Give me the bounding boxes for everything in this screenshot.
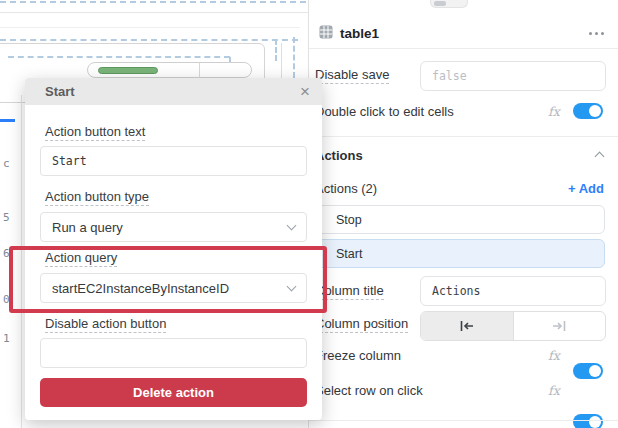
- delete-action-button[interactable]: Delete action: [40, 378, 307, 407]
- table-grid-icon: [319, 25, 333, 43]
- widget-name-title: table1: [340, 26, 379, 41]
- freeze-column-toggle[interactable]: [573, 363, 603, 379]
- canvas-grid-line: [0, 27, 300, 28]
- modal-header[interactable]: Start ×: [25, 78, 322, 105]
- fx-icon[interactable]: fx: [548, 348, 560, 363]
- close-icon[interactable]: ×: [300, 83, 310, 100]
- action-button-type-label: Action button type: [45, 189, 149, 206]
- toolbar-partial-glyph: [434, 1, 446, 6]
- action-button-type-select[interactable]: Run a query: [40, 212, 307, 242]
- select-row-toggle[interactable]: [573, 414, 603, 428]
- modal-title: Start: [45, 84, 75, 99]
- actions-section-title: Actions: [315, 148, 363, 163]
- double-click-edit-toggle[interactable]: [573, 103, 603, 119]
- freeze-column-label: Freeze column: [315, 348, 401, 363]
- selection-dashed-border: [8, 56, 230, 58]
- add-action-button[interactable]: + Add: [568, 181, 604, 196]
- ellipsis-menu-icon[interactable]: [589, 32, 604, 35]
- disable-save-label: Disable save: [315, 67, 389, 84]
- delete-action-label: Delete action: [133, 385, 214, 400]
- selection-dashed-border: [293, 37, 295, 78]
- selection-dashed-border: [0, 1, 306, 3]
- cell-divider: [199, 63, 200, 79]
- disable-action-button-input[interactable]: [40, 338, 307, 368]
- action-item-start[interactable]: Start: [315, 239, 605, 268]
- properties-panel: table1 Disable save false Double click t…: [308, 0, 618, 428]
- disable-action-button-label: Disable action button: [45, 316, 166, 333]
- double-click-edit-label: Double click to edit cells: [315, 104, 454, 119]
- selected-widget-accent: [0, 119, 15, 122]
- chevron-down-icon: [287, 221, 297, 231]
- action-item-label: Start: [336, 247, 362, 261]
- disable-save-input[interactable]: false: [420, 61, 606, 91]
- table-cell-fragment: 5: [3, 211, 10, 224]
- column-position-label: Column position: [315, 316, 408, 333]
- action-item-label: Stop: [336, 213, 362, 227]
- select-row-on-click-label: Select row on click: [315, 383, 423, 398]
- selection-dashed-border: [0, 39, 298, 41]
- status-pill-green: [98, 67, 158, 74]
- action-button-text-label: Action button text: [45, 124, 145, 141]
- table-cell-fragment: c: [3, 157, 10, 170]
- action-button-type-value: Run a query: [52, 220, 123, 235]
- panel-divider: [309, 136, 618, 137]
- widget-edge-line: [281, 43, 282, 78]
- action-button-text-input[interactable]: Start: [40, 146, 307, 176]
- action-item-stop[interactable]: Stop: [315, 205, 605, 234]
- disable-save-placeholder: false: [432, 69, 467, 83]
- align-to-right-icon[interactable]: [513, 312, 606, 340]
- fx-icon[interactable]: fx: [548, 104, 560, 119]
- actions-count-label: Actions (2): [315, 181, 377, 196]
- column-title-input[interactable]: Actions: [420, 276, 606, 306]
- panel-divider: [309, 420, 618, 421]
- annotation-highlight-box: [9, 246, 327, 313]
- align-to-left-icon[interactable]: [421, 312, 513, 340]
- panel-divider: [309, 48, 618, 49]
- action-button-text-value: Start: [52, 154, 87, 168]
- fx-icon[interactable]: fx: [548, 383, 560, 398]
- selection-dashed-border: [275, 39, 277, 61]
- column-position-control: [420, 311, 606, 341]
- toolbar-partial-control: [430, 0, 468, 8]
- table-cell-fragment: 1: [3, 332, 10, 345]
- chevron-up-icon[interactable]: [595, 152, 605, 162]
- column-title-value: Actions: [432, 284, 480, 298]
